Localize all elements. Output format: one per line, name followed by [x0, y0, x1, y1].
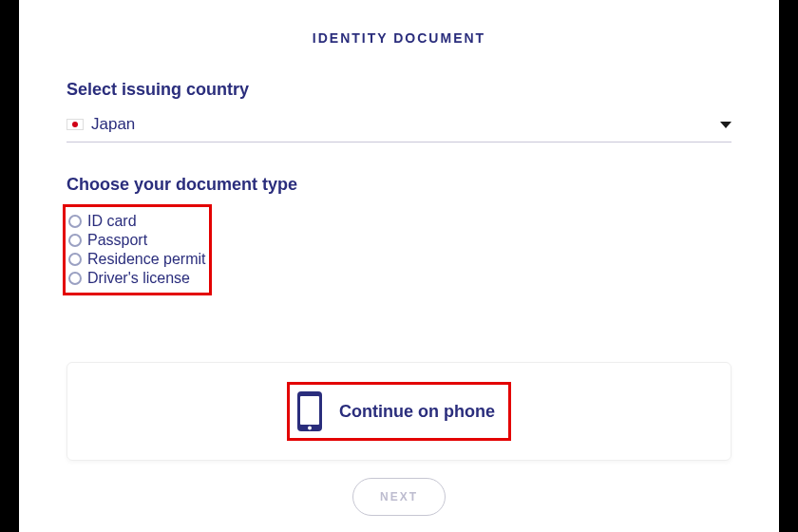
- doctype-option-label: ID card: [87, 213, 137, 230]
- doctype-option-passport[interactable]: Passport: [68, 232, 206, 249]
- next-button[interactable]: NEXT: [352, 478, 446, 516]
- page-title: IDENTITY DOCUMENT: [66, 0, 732, 80]
- radio-icon[interactable]: [68, 253, 82, 266]
- doctype-option-label: Passport: [87, 232, 147, 249]
- document-type-label: Choose your document type: [66, 175, 732, 195]
- japan-flag-icon: [66, 119, 84, 130]
- radio-icon[interactable]: [68, 272, 82, 285]
- doctype-option-id-card[interactable]: ID card: [68, 213, 206, 230]
- doctype-option-drivers-license[interactable]: Driver's license: [68, 270, 206, 287]
- identity-document-page: IDENTITY DOCUMENT Select issuing country…: [19, 0, 779, 532]
- issuing-country-label: Select issuing country: [66, 80, 732, 100]
- svg-rect-1: [300, 396, 319, 425]
- radio-icon[interactable]: [68, 215, 82, 228]
- doctype-option-residence-permit[interactable]: Residence permit: [68, 251, 206, 268]
- continue-on-phone-card: Continue on phone: [66, 362, 732, 461]
- doctype-option-label: Driver's license: [87, 270, 190, 287]
- svg-point-2: [308, 427, 312, 430]
- issuing-country-value: Japan: [91, 115, 720, 134]
- radio-icon[interactable]: [68, 234, 82, 247]
- document-type-group: ID card Passport Residence permit Driver…: [63, 204, 212, 295]
- phone-icon: [295, 390, 324, 432]
- issuing-country-select[interactable]: Japan: [66, 109, 732, 142]
- continue-on-phone-label: Continue on phone: [339, 402, 495, 422]
- doctype-option-label: Residence permit: [87, 251, 206, 268]
- chevron-down-icon: [720, 122, 732, 128]
- continue-on-phone-button[interactable]: Continue on phone: [287, 382, 511, 441]
